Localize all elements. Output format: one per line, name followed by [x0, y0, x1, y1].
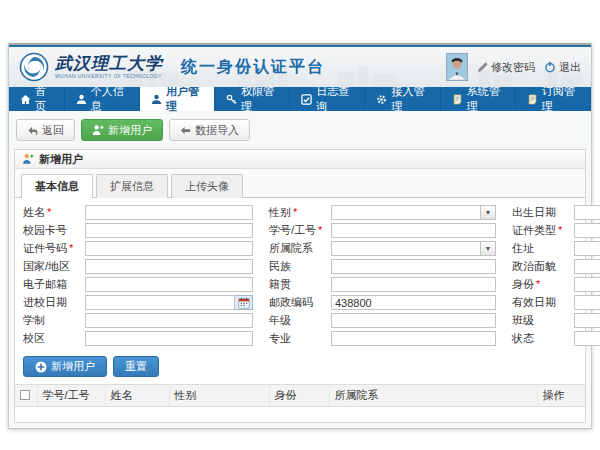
required-asterisk: *: [47, 206, 51, 218]
plus-circle-icon: [35, 361, 47, 373]
nav-item-subscription-mgmt[interactable]: 订阅管理: [516, 87, 591, 111]
valid-date-field[interactable]: [574, 295, 600, 310]
country-region-label: 国家/地区: [23, 259, 85, 274]
gender-dropdown-button[interactable]: ▼: [481, 205, 496, 220]
country-region-field[interactable]: [85, 259, 253, 274]
nav-item-system-mgmt[interactable]: 系统管理: [441, 87, 516, 111]
email-form-cell: 电子邮箱: [23, 277, 265, 292]
logout-link[interactable]: 退出: [544, 60, 581, 75]
campus-card-form-cell: 校园卡号: [23, 223, 265, 238]
email-field[interactable]: [85, 277, 253, 292]
required-asterisk: *: [536, 278, 540, 290]
nav-item-permission-mgmt[interactable]: 权限管理: [215, 87, 290, 111]
campus-field[interactable]: [85, 331, 253, 346]
id-type-label: 证件类型*: [512, 223, 574, 238]
identity-field[interactable]: [574, 277, 600, 292]
add-user-section-icon: [22, 153, 34, 165]
add-user-toolbar-button[interactable]: 新增用户: [81, 119, 163, 141]
university-name-cn: 武汉理工大学: [55, 55, 163, 72]
identity-input-wrap: [574, 277, 600, 292]
data-import-button[interactable]: 数据导入: [169, 119, 250, 141]
back-arrow-icon: [27, 125, 38, 136]
education-length-field[interactable]: [85, 313, 253, 328]
col-header-student-id: 学号/工号: [37, 385, 105, 407]
student-id-label: 学号/工号*: [269, 223, 331, 238]
required-asterisk: *: [558, 224, 562, 236]
grade-form-cell: 年级: [269, 313, 508, 328]
gender-form-cell: 性别*▼: [269, 205, 508, 220]
status-label: 状态: [512, 331, 574, 346]
campus-label: 校区: [23, 331, 85, 346]
nav-item-label: 个人信息: [91, 84, 128, 114]
log-icon: [301, 94, 312, 105]
entry-date-input-wrap: [85, 295, 253, 310]
user-icon: [76, 94, 87, 105]
nav-item-access-mgmt[interactable]: 接入管理: [365, 87, 440, 111]
major-label: 专业: [269, 331, 331, 346]
grade-field[interactable]: [331, 313, 496, 328]
political-status-label: 政治面貌: [512, 259, 574, 274]
major-field[interactable]: [331, 331, 496, 346]
department-field[interactable]: [331, 241, 481, 256]
form-grid: 姓名*性别*▼出生日期校园卡号学号/工号*证件类型*证件号码*所属院系▼住址国家…: [15, 198, 585, 350]
postal-code-form-cell: 邮政编码: [269, 295, 508, 310]
ethnicity-field[interactable]: [331, 259, 496, 274]
nav-item-home[interactable]: 首页: [9, 87, 65, 111]
app-window: 武汉理工大学 WUHAN UNIVERSITY OF TECHNOLOGY 统一…: [8, 43, 592, 429]
birth-date-field[interactable]: [574, 205, 600, 220]
name-field[interactable]: [85, 205, 253, 220]
student-id-field[interactable]: [331, 223, 496, 238]
address-form-cell: 住址: [512, 241, 600, 256]
submit-add-user-button[interactable]: 新增用户: [23, 356, 107, 377]
id-number-input-wrap: [85, 241, 253, 256]
col-header-gender: 性别: [169, 385, 269, 407]
address-label: 住址: [512, 241, 574, 256]
nav-item-label: 用户管理: [166, 84, 203, 114]
change-password-link[interactable]: 修改密码: [477, 60, 535, 75]
department-input-wrap: ▼: [331, 241, 496, 256]
grade-input-wrap: [331, 313, 496, 328]
status-input-wrap: [574, 331, 600, 346]
id-number-form-cell: 证件号码*: [23, 241, 265, 256]
reset-button[interactable]: 重置: [113, 356, 159, 377]
gender-field[interactable]: [331, 205, 481, 220]
tab-upload-avatar[interactable]: 上传头像: [171, 174, 243, 198]
political-status-field[interactable]: [574, 259, 600, 274]
empty-table-row: [15, 407, 585, 422]
entry-date-calendar-button[interactable]: [235, 295, 253, 310]
home-icon: [20, 94, 31, 105]
nav-item-user-mgmt[interactable]: 用户管理: [140, 87, 215, 111]
submit-add-user-label: 新增用户: [51, 359, 95, 374]
pencil-icon: [477, 62, 488, 73]
status-field[interactable]: [574, 331, 600, 346]
gender-input-wrap: ▼: [331, 205, 496, 220]
table-header-row: 学号/工号 姓名 性别 身份 所属院系 操作: [15, 385, 585, 407]
back-button[interactable]: 返回: [16, 119, 75, 141]
toolbar: 返回 新增用户 数据导入: [16, 119, 586, 141]
class-field[interactable]: [574, 313, 600, 328]
tab-basic-info[interactable]: 基本信息: [21, 174, 93, 198]
required-asterisk: *: [293, 206, 297, 218]
postal-code-field[interactable]: [331, 295, 496, 310]
postal-code-input-wrap: [331, 295, 496, 310]
campus-card-field[interactable]: [85, 223, 253, 238]
id-type-form-cell: 证件类型*: [512, 223, 600, 238]
grade-label: 年级: [269, 313, 331, 328]
major-input-wrap: [331, 331, 496, 346]
id-type-field[interactable]: [574, 223, 600, 238]
address-field[interactable]: [574, 241, 600, 256]
id-number-field[interactable]: [85, 241, 253, 256]
tab-extended-info[interactable]: 扩展信息: [96, 174, 168, 198]
department-dropdown-button[interactable]: ▼: [481, 241, 496, 256]
native-place-field[interactable]: [331, 277, 496, 292]
select-all-checkbox[interactable]: [20, 390, 30, 400]
entry-date-field[interactable]: [85, 295, 235, 310]
nav-item-label: 首页: [35, 84, 53, 114]
nav-item-log-query[interactable]: 日志查询: [290, 87, 365, 111]
nav-item-profile[interactable]: 个人信息: [65, 87, 140, 111]
back-label: 返回: [42, 123, 64, 138]
student-id-input-wrap: [331, 223, 496, 238]
postal-code-label: 邮政编码: [269, 295, 331, 310]
country-region-form-cell: 国家/地区: [23, 259, 265, 274]
user-icon: [151, 94, 162, 105]
